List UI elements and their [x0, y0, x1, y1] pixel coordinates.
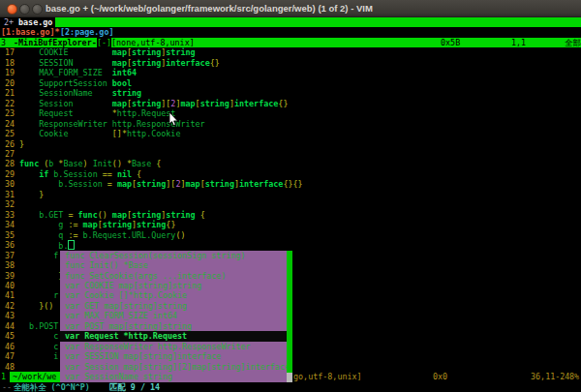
- code-text: MAX_FORM_SIZE int64: [19, 68, 137, 78]
- completion-item[interactable]: var SESSION map[string]interface: [60, 351, 287, 361]
- mbe-label: -MiniBufExplorer-: [14, 38, 97, 48]
- code-line: 19 MAX_FORM_SIZE int64: [0, 68, 581, 77]
- completion-item-selected[interactable]: var Request *http.Request: [60, 331, 287, 341]
- line-number: 34: [2, 220, 15, 230]
- line-number: 45: [2, 331, 15, 342]
- completion-item[interactable]: func Init() *Base: [60, 260, 287, 270]
- code-text: g := map[string]string{}: [19, 220, 175, 230]
- completion-item[interactable]: func SetCookie(args ...interface): [60, 271, 287, 281]
- code-line: 21 SessionName string: [0, 88, 581, 98]
- code-text: SupportSession bool: [19, 78, 132, 89]
- code-text: COOKIE map[string]string: [19, 47, 196, 58]
- completion-item[interactable]: var MAX_FORM_SIZE int64: [60, 311, 287, 320]
- status-ruler-hex: 0x0: [433, 372, 447, 382]
- popup-scrollbar[interactable]: [287, 251, 292, 382]
- code-line: 28func (b *Base) Init() *Base {: [0, 159, 581, 168]
- line-number: 38: [2, 260, 15, 271]
- buffer-list: [1:base.go]* [2:page.go]: [0, 27, 581, 37]
- code-text: }(): [19, 301, 53, 312]
- code-line: 24 ResponseWriter http.ResponseWriter: [0, 119, 581, 129]
- mbe-ruler-pos: 1,1: [511, 38, 526, 48]
- line-number: 46: [2, 342, 15, 352]
- line-number: 31: [2, 190, 15, 200]
- code-line: 27: [0, 149, 581, 159]
- buffer-item-other[interactable]: [2:page.go]: [60, 27, 113, 38]
- vim-window: base.go + (~/work/web/golanger/framework…: [0, 0, 581, 392]
- titlebar: base.go + (~/work/web/golanger/framework…: [0, 0, 581, 17]
- code-text: }: [19, 190, 44, 200]
- line-number: 20: [2, 78, 15, 89]
- line-number: 33: [2, 210, 15, 221]
- completion-list: func ClearSession(sessionSign string) fu…: [60, 251, 292, 382]
- line-number: 19: [2, 68, 15, 78]
- line-number: 32: [2, 199, 15, 210]
- completion-item[interactable]: var ResponseWriter http.ResponseWriter: [60, 342, 287, 351]
- line-number: 35: [2, 230, 15, 241]
- completion-item[interactable]: var SessionName string: [60, 372, 287, 381]
- line-number: 17: [2, 47, 15, 58]
- status-path-right: go,utf-8,unix]: [293, 372, 362, 382]
- line-number: 40: [2, 281, 15, 291]
- minimize-button-icon[interactable]: [19, 4, 30, 15]
- code-line: 25 Cookie []*http.Cookie: [0, 129, 581, 138]
- status-path-left: ~/work/we: [13, 372, 56, 382]
- status-ruler-pos: 36,11-24: [531, 372, 569, 382]
- code-line: 23 Request *http.Request: [0, 108, 581, 118]
- code-line: 20 SupportSession bool: [0, 78, 581, 88]
- code-text: b.Session = map[string][2]map[string]int…: [19, 179, 303, 190]
- code-text: Session map[string][2]map[string]interfa…: [19, 99, 288, 109]
- status-ruler-scroll: 8%: [569, 372, 579, 382]
- code-text: c: [19, 331, 58, 342]
- line-number: 21: [2, 88, 15, 99]
- code-line: 17 COOKIE map[string]string: [0, 47, 581, 57]
- code-text: i: [19, 351, 58, 362]
- code-line: 26}: [0, 139, 581, 149]
- completion-item[interactable]: var GET map[string]string: [60, 301, 287, 311]
- line-number: 37: [2, 251, 15, 261]
- code-text: q := b.Request.URL.Query(): [19, 230, 185, 241]
- line-number: 42: [2, 301, 15, 312]
- completion-item[interactable]: var Session map[string][2]map[string]int…: [60, 362, 287, 372]
- line-number: 22: [2, 99, 15, 109]
- line-number: 39: [2, 271, 15, 282]
- completion-item[interactable]: func ClearSession(sessionSign string): [60, 251, 287, 260]
- code-text: if b.Session == nil {: [19, 169, 141, 180]
- code-text: ResponseWriter http.ResponseWriter: [19, 119, 205, 130]
- status-window-number: 1: [1, 372, 6, 382]
- line-number: 30: [2, 179, 15, 190]
- mbe-modified-flag: [-]: [97, 38, 111, 48]
- code-line: 32: [0, 199, 581, 209]
- line-number: 23: [2, 108, 15, 119]
- buffer-item-current[interactable]: [1:base.go]*: [1, 27, 60, 38]
- code-text: SessionName string: [19, 88, 141, 99]
- code-line: 22 Session map[string][2]map[string]inte…: [0, 99, 581, 108]
- completion-item[interactable]: var Cookie []*http.Cookie: [60, 290, 287, 300]
- line-number: 18: [2, 58, 15, 69]
- terminal: 2+base.go [1:base.go]* [2:page.go] 3 -Mi…: [0, 17, 581, 392]
- line-number: 48: [2, 362, 15, 373]
- code-line: 34 g := map[string]string{}: [0, 220, 581, 229]
- mbe-window-number: 3: [1, 38, 6, 48]
- close-button-icon[interactable]: [7, 4, 17, 15]
- code-text: b.GET = func() map[string]string {: [19, 210, 205, 221]
- tab-window-count: 2+: [4, 17, 14, 28]
- line-number: 36: [2, 240, 15, 251]
- code-text: }: [19, 139, 24, 150]
- code-text: c: [19, 342, 58, 352]
- line-number: 26: [2, 139, 15, 150]
- code-text: func (b *Base) Init() *Base {: [19, 159, 161, 169]
- minibufexplorer-statusline: 3 -MiniBufExplorer- [-] [none,utf-8,unix…: [0, 38, 581, 47]
- completion-item[interactable]: var POST map[string]string: [60, 321, 287, 331]
- popup-scrollbar-thumb[interactable]: [287, 251, 292, 373]
- line-number: 47: [2, 351, 15, 362]
- code-text: Cookie []*http.Cookie: [19, 129, 180, 139]
- code-line: 36 b.: [0, 240, 581, 250]
- tab-label[interactable]: 2+base.go: [0, 17, 55, 27]
- code-text: }: [19, 271, 63, 282]
- command-line: -- 全能补全 (^O^N^P) 匹配 9 / 14: [0, 382, 581, 392]
- line-number: 43: [2, 311, 15, 321]
- text-cursor: [68, 240, 75, 250]
- completion-item[interactable]: var COOKIE map[string]string: [60, 281, 287, 290]
- code-text: SESSION map[string]interface{}: [19, 58, 220, 69]
- maximize-button-icon[interactable]: [32, 4, 43, 15]
